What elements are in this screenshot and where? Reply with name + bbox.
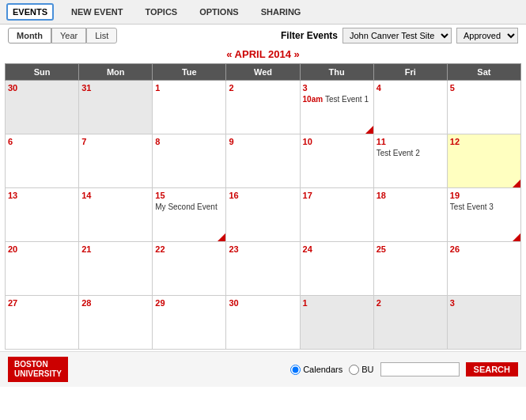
calendar-cell[interactable]: 8 <box>153 134 226 188</box>
calendar-cell[interactable]: 25 <box>373 242 447 296</box>
day-number: 11 <box>377 137 386 146</box>
event-item[interactable]: 10am Test Event 1 <box>303 93 371 104</box>
calendar-cell[interactable]: 5 <box>447 81 520 134</box>
calendar-cell[interactable]: 4 <box>373 81 447 134</box>
calendar-cell[interactable]: 30 <box>226 296 300 350</box>
day-number: 2 <box>229 83 233 93</box>
calendar-cell[interactable]: 20 <box>6 242 79 296</box>
calendar-cell[interactable]: 7 <box>79 134 153 188</box>
corner-flag <box>218 233 225 241</box>
day-number: 10 <box>303 137 312 146</box>
day-number: 13 <box>8 191 17 200</box>
calendar-cell[interactable]: 1 <box>153 81 226 134</box>
day-number: 29 <box>155 298 165 308</box>
day-number: 9 <box>229 137 233 146</box>
calendar-cell[interactable]: 10 <box>300 134 373 188</box>
top-navigation: EVENTSNEW EVENTTOPICSOPTIONSSHARING <box>0 0 526 25</box>
view-btn-list[interactable]: List <box>86 28 117 44</box>
day-number: 1 <box>303 298 308 308</box>
day-header-sat: Sat <box>447 64 520 81</box>
calendar-cell[interactable]: 3 <box>447 296 520 350</box>
event-item[interactable]: Test Event 2 <box>377 147 445 158</box>
radio-group: Calendars BU <box>290 365 373 375</box>
day-number: 19 <box>450 191 460 200</box>
nav-item-sharing[interactable]: SHARING <box>256 5 306 19</box>
day-header-thu: Thu <box>300 64 373 81</box>
day-number: 14 <box>81 191 91 200</box>
event-name: Test Event 2 <box>377 149 420 157</box>
search-button[interactable]: SEARCH <box>466 362 518 376</box>
calendar-container: SunMonTueWedThuFriSat 303112310am Test E… <box>0 63 526 350</box>
status-filter-select[interactable]: Approved <box>456 28 518 44</box>
calendar-cell[interactable]: 30 <box>6 81 79 134</box>
search-input[interactable] <box>380 362 460 376</box>
calendar-cell[interactable]: 27 <box>6 296 79 350</box>
day-number: 27 <box>8 298 17 308</box>
day-number: 16 <box>229 191 238 200</box>
calendar-cell[interactable]: 31 <box>79 81 153 134</box>
calendar-cell[interactable]: 21 <box>79 242 153 296</box>
calendar-cell[interactable]: 26 <box>447 242 520 296</box>
calendar-cell[interactable]: 15My Second Event <box>153 188 226 242</box>
calendar-cell[interactable]: 9 <box>226 134 300 188</box>
view-btn-month[interactable]: Month <box>8 28 51 44</box>
radio-bu-label[interactable]: BU <box>349 365 373 375</box>
search-area: Calendars BU SEARCH <box>290 362 518 376</box>
calendar-cell[interactable]: 18 <box>373 188 447 242</box>
day-number: 23 <box>229 244 238 254</box>
site-filter-select[interactable]: John Canver Test Site <box>342 28 452 44</box>
day-number: 2 <box>377 298 381 308</box>
day-header-fri: Fri <box>373 64 447 81</box>
day-number: 26 <box>450 244 460 254</box>
calendar-cell[interactable]: 29 <box>153 296 226 350</box>
bu-logo: BOSTON UNIVERSITY <box>8 357 68 382</box>
event-item[interactable]: My Second Event <box>155 201 223 212</box>
day-number: 8 <box>155 137 160 146</box>
calendar-cell[interactable]: 14 <box>79 188 153 242</box>
month-title: « APRIL 2014 » <box>0 45 526 63</box>
view-btn-year[interactable]: Year <box>51 28 86 44</box>
calendar-cell[interactable]: 6 <box>6 134 79 188</box>
day-number: 31 <box>81 83 91 93</box>
day-number: 30 <box>8 83 17 93</box>
day-number: 5 <box>450 83 455 93</box>
calendar-cell[interactable]: 1 <box>300 296 373 350</box>
day-number: 12 <box>450 137 460 146</box>
radio-calendars[interactable] <box>290 365 301 375</box>
event-item[interactable]: Test Event 3 <box>450 201 518 212</box>
calendar-cell[interactable]: 12 <box>447 134 520 188</box>
nav-item-topics[interactable]: TOPICS <box>140 5 182 19</box>
day-number: 3 <box>303 83 308 93</box>
calendar-cell[interactable]: 16 <box>226 188 300 242</box>
radio-bu[interactable] <box>349 365 359 375</box>
calendar-cell[interactable]: 2 <box>226 81 300 134</box>
day-header-wed: Wed <box>226 64 300 81</box>
nav-item-new-event[interactable]: NEW EVENT <box>66 5 127 19</box>
radio-calendars-label[interactable]: Calendars <box>290 365 342 375</box>
event-name: Test Event 3 <box>450 202 494 211</box>
calendar-cell[interactable]: 23 <box>226 242 300 296</box>
calendar-cell[interactable]: 13 <box>6 188 79 242</box>
calendar-cell[interactable]: 17 <box>300 188 373 242</box>
calendar-cell[interactable]: 310am Test Event 1 <box>300 81 373 134</box>
event-name: My Second Event <box>155 202 217 211</box>
calendar-cell[interactable]: 28 <box>79 296 153 350</box>
calendar-cell[interactable]: 11Test Event 2 <box>373 134 447 188</box>
day-number: 28 <box>81 298 91 308</box>
day-number: 15 <box>155 191 165 200</box>
nav-item-options[interactable]: OPTIONS <box>195 5 244 19</box>
day-header-mon: Mon <box>79 64 153 81</box>
calendar-cell[interactable]: 19Test Event 3 <box>447 188 520 242</box>
event-name: Test Event 1 <box>325 95 369 104</box>
nav-item-events[interactable]: EVENTS <box>6 3 54 21</box>
event-time: 10am <box>303 95 325 104</box>
calendar-cell[interactable]: 22 <box>153 242 226 296</box>
calendar-cell[interactable]: 24 <box>300 242 373 296</box>
calendar-cell[interactable]: 2 <box>373 296 447 350</box>
bottom-bar: BOSTON UNIVERSITY Calendars BU SEARCH <box>0 351 526 387</box>
day-number: 3 <box>450 298 455 308</box>
day-number: 21 <box>81 244 91 254</box>
day-header-tue: Tue <box>153 64 226 81</box>
day-number: 7 <box>81 137 86 146</box>
filter-label: Filter Events <box>281 30 338 41</box>
